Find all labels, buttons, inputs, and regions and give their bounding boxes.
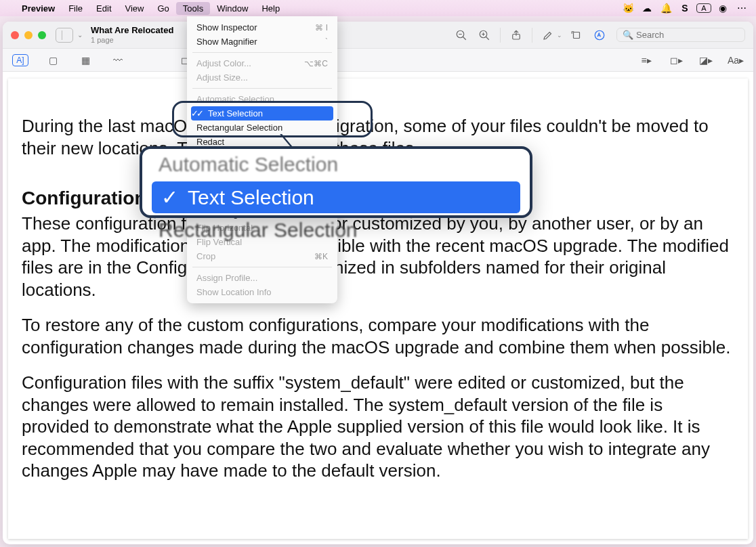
menu-view[interactable]: View	[119, 2, 151, 15]
markup-button[interactable]	[589, 26, 610, 44]
menu-edit[interactable]: Edit	[89, 2, 118, 15]
status-icon-a[interactable]: A	[696, 3, 711, 13]
rect-select-tool-icon[interactable]: ▢	[45, 55, 61, 66]
stroke-color-icon[interactable]: ◻▸	[668, 55, 684, 66]
search-input[interactable]	[636, 30, 739, 40]
rotate-button[interactable]	[566, 26, 587, 44]
svg-rect-8	[574, 32, 580, 38]
status-icon-bell[interactable]: 🔔	[658, 3, 673, 14]
highlight-dropdown-icon[interactable]: ⌄	[557, 32, 562, 39]
zoom-item-selected: ✓Text Selection	[152, 181, 520, 213]
svg-line-4	[486, 37, 489, 40]
menu-item[interactable]: Rectangular Selection	[187, 121, 337, 135]
menu-file[interactable]: File	[62, 2, 89, 15]
zoom-item-after: Rectangular Selection	[142, 215, 530, 246]
zoom-out-button[interactable]	[451, 26, 471, 44]
search-icon: 🔍	[623, 30, 633, 40]
fullscreen-button[interactable]	[38, 31, 46, 39]
share-button[interactable]	[506, 26, 526, 44]
search-field[interactable]: 🔍	[616, 28, 745, 42]
menu-help[interactable]: Help	[255, 2, 287, 15]
doc-paragraph: Configuration files with the suffix "sys…	[22, 372, 734, 482]
window-controls	[11, 31, 46, 39]
zoom-in-button[interactable]	[474, 26, 495, 44]
text-select-tool-icon[interactable]: A]	[12, 54, 28, 66]
menu-item[interactable]: Show Magnifier`	[187, 35, 337, 49]
title-block: What Are Relocated 1 page	[91, 26, 173, 43]
doc-paragraph: To restore any of the custom configurati…	[22, 314, 734, 358]
menu-item: Automatic Selection	[187, 92, 337, 106]
close-button[interactable]	[11, 31, 19, 39]
menu-tools[interactable]: Tools	[176, 2, 210, 15]
markup-toolbar: A] ▢ ▦ 〰 ◻▸ 🅰 ✎▸ ▭ ≡▸ ◻▸ ◪▸ Aa▸	[3, 49, 753, 72]
menu-item[interactable]: ✓Text Selection	[191, 106, 333, 121]
preview-window: ⌄ What Are Relocated 1 page ⌄ 🔍 A] ▢ ▦ 〰…	[3, 22, 753, 544]
svg-line-1	[463, 37, 466, 40]
menu-go[interactable]: Go	[150, 2, 175, 15]
annotation-zoom-box: Automatic Selection ✓Text Selection Rect…	[140, 146, 532, 218]
highlight-button[interactable]	[538, 26, 558, 44]
zoom-item-disabled: Automatic Selection	[142, 149, 530, 180]
menu-item[interactable]: Show Inspector⌘ I	[187, 20, 337, 35]
menu-item: Show Location Info	[187, 285, 337, 299]
menu-item: Adjust Size...	[187, 70, 337, 85]
sketch-tool-icon[interactable]: 〰	[110, 55, 126, 66]
menu-item: Adjust Color...⌥⌘C	[187, 56, 337, 70]
line-style-icon[interactable]: ≡▸	[638, 55, 654, 66]
fill-color-icon[interactable]: ◪▸	[698, 55, 714, 66]
status-icon-user[interactable]: ◉	[715, 3, 730, 14]
menu-item: Crop⌘K	[187, 249, 337, 263]
titlebar: ⌄ What Are Relocated 1 page ⌄ 🔍	[3, 22, 753, 49]
font-style-button[interactable]: Aa▸	[728, 55, 744, 66]
control-center-icon[interactable]: ⋯	[734, 3, 749, 14]
sidebar-toggle-chevron-icon[interactable]: ⌄	[77, 31, 83, 39]
document-subtitle: 1 page	[91, 36, 173, 44]
status-icon-s[interactable]: S	[677, 3, 692, 14]
document-title: What Are Relocated	[91, 26, 173, 35]
system-menubar: Preview File Edit View Go Tools Window H…	[0, 0, 756, 16]
minimize-button[interactable]	[24, 31, 33, 39]
status-icon-wechat[interactable]: ☁	[639, 3, 654, 14]
sidebar-toggle-button[interactable]	[56, 28, 73, 43]
menu-window[interactable]: Window	[210, 2, 255, 15]
menu-item: Assign Profile...	[187, 271, 337, 285]
app-menu[interactable]: Preview	[15, 2, 62, 15]
status-icon-cat[interactable]: 🐱	[621, 3, 635, 14]
redact-tool-icon[interactable]: ▦	[77, 55, 93, 66]
